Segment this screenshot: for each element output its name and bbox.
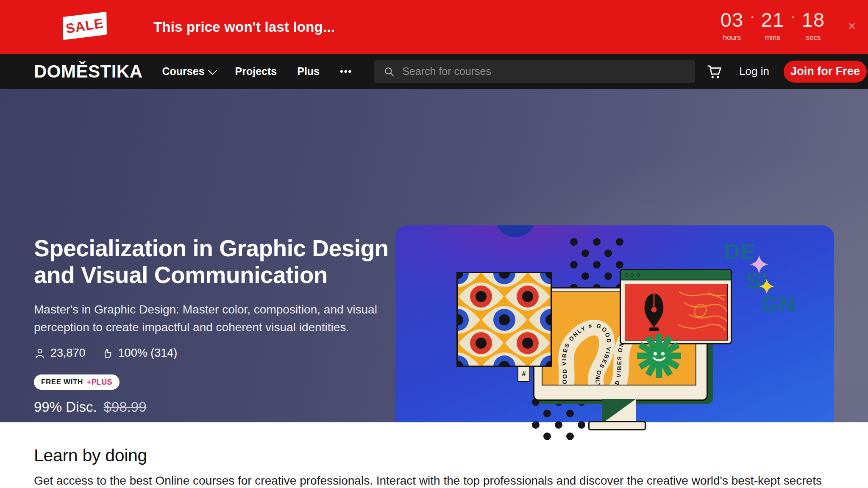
course-stats: 23,870 100% (314) — [34, 347, 177, 360]
starburst-smiley-icon — [636, 333, 682, 379]
polka-dot — [570, 238, 578, 246]
nav-item-more[interactable]: ••• — [340, 66, 352, 77]
countdown-timer: 03 hours · 21 mins · 18 secs — [715, 9, 831, 42]
old-price: $98.99 — [104, 399, 147, 415]
pen-artwork-panel — [625, 284, 728, 341]
rating-value: 100% (314) — [118, 347, 178, 360]
polka-dot — [555, 421, 562, 429]
nav-item-plus[interactable]: Plus — [297, 65, 320, 78]
nav-item-courses[interactable]: Courses — [162, 65, 215, 78]
polka-dot — [604, 272, 612, 280]
section-heading: Learn by doing — [34, 446, 147, 466]
decor-circle — [495, 225, 536, 237]
stand-highlight — [602, 399, 636, 424]
polka-dot — [604, 250, 612, 257]
price-row: 99% Disc. $98.99 — [34, 399, 147, 415]
timer-hours-value: 03 — [721, 9, 743, 30]
polka-dot — [543, 433, 551, 440]
polka-dot — [581, 272, 589, 280]
cart-icon — [707, 64, 723, 79]
design-text-gn: GN — [762, 293, 796, 315]
section-paragraph: Get access to the best Online courses fo… — [34, 474, 839, 488]
pen-nib-icon — [625, 284, 727, 340]
timer-separator: · — [791, 12, 795, 20]
timer-mins: 21 mins — [755, 9, 790, 42]
nav-item-courses-label: Courses — [162, 65, 205, 78]
monitor-stand-base — [588, 421, 646, 430]
sale-badge-label: SALE — [65, 15, 105, 37]
polka-dot — [578, 421, 585, 429]
hashtag-tag: # — [517, 366, 530, 382]
join-for-free-button[interactable]: Join for Free — [784, 61, 867, 83]
promo-banner: SALE This price won't last long... 03 ho… — [0, 0, 868, 54]
nav-item-plus-label: Plus — [297, 65, 320, 78]
students-count: 23,870 — [50, 347, 86, 360]
timer-secs: 18 secs — [796, 9, 831, 42]
sale-badge: SALE — [63, 12, 107, 40]
nav-item-projects-label: Projects — [235, 65, 277, 78]
polka-dot — [593, 261, 601, 269]
nav-menu: Courses Projects Plus ••• — [162, 65, 353, 78]
timer-mins-value: 21 — [761, 9, 784, 30]
eye-pattern-card — [456, 272, 552, 367]
timer-mins-label: mins — [765, 33, 780, 42]
discount-label: 99% Disc. — [34, 399, 97, 415]
free-with-label: FREE WITH — [41, 378, 83, 386]
learn-by-doing-section: Learn by doing Get access to the best On… — [0, 422, 868, 488]
sparkle-yellow-icon — [759, 279, 774, 294]
search-icon — [384, 66, 395, 77]
timer-secs-label: secs — [806, 33, 821, 42]
polka-dot — [566, 433, 574, 440]
polka-dot — [570, 261, 578, 269]
sparkle-pink-icon — [750, 255, 768, 274]
close-icon[interactable]: ✕ — [848, 21, 856, 31]
hero-section: Specialization in Graphic Design and Vis… — [0, 89, 868, 422]
domestika-logo[interactable]: DOMĚSTIKA — [34, 63, 143, 80]
cart-button[interactable] — [705, 64, 724, 79]
polka-dot — [581, 250, 589, 257]
promo-message: This price won't last long... — [153, 0, 335, 54]
chevron-down-icon — [208, 66, 217, 75]
students-stat: 23,870 — [34, 347, 86, 360]
polka-dot — [532, 421, 540, 429]
timer-separator: · — [750, 12, 754, 20]
polka-dot — [616, 261, 623, 269]
polka-dot — [593, 238, 601, 246]
domestika-homepage: SALE This price won't last long... 03 ho… — [0, 0, 868, 488]
login-button[interactable]: Log in — [739, 65, 769, 78]
search-input[interactable] — [401, 65, 666, 78]
browser-dot-icon — [637, 273, 640, 277]
polka-dot — [566, 410, 574, 417]
person-icon — [34, 347, 46, 359]
course-subtitle: Master's in Graphic Design: Master color… — [34, 301, 390, 336]
search-bar[interactable] — [374, 60, 695, 83]
main-navbar: DOMĚSTIKA Courses Projects Plus ••• — [0, 54, 868, 89]
timer-hours-label: hours — [723, 33, 741, 42]
free-with-plus-badge: FREE WITH +PLUS — [34, 374, 120, 390]
nav-item-projects[interactable]: Projects — [235, 65, 277, 78]
course-title: Specialization in Graphic Design and Vis… — [34, 235, 390, 289]
browser-titlebar — [621, 270, 731, 280]
polka-dot — [543, 410, 551, 417]
timer-secs-value: 18 — [802, 9, 825, 30]
rating-stat: 100% (314) — [102, 347, 178, 360]
monitor-stand-neck — [602, 399, 636, 424]
browser-dot-icon — [631, 273, 634, 277]
plus-logo: +PLUS — [87, 378, 112, 387]
more-ellipsis-icon: ••• — [340, 66, 352, 77]
polka-dot — [616, 238, 623, 246]
browser-dot-icon — [625, 273, 628, 277]
timer-hours: 03 hours — [715, 9, 749, 42]
thumbs-up-icon — [102, 347, 114, 359]
